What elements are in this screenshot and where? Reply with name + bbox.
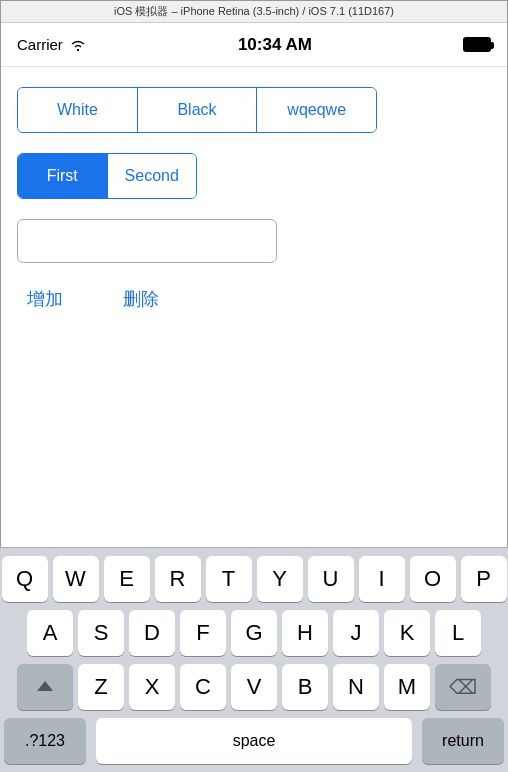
keyboard-row-3: Z X C V B N M ⌫ (0, 664, 508, 710)
key-b[interactable]: B (282, 664, 328, 710)
main-content: White Black wqeqwe First Second 增加 删除 (1, 67, 507, 335)
key-h[interactable]: H (282, 610, 328, 656)
key-x[interactable]: X (129, 664, 175, 710)
shift-arrow-icon (37, 681, 53, 691)
key-i[interactable]: I (359, 556, 405, 602)
key-g[interactable]: G (231, 610, 277, 656)
keyboard-row-1: Q W E R T Y U I O P (0, 556, 508, 602)
keyboard: Q W E R T Y U I O P A S D F G H J K L Z … (0, 547, 508, 772)
segment-black-button[interactable]: Black (138, 88, 258, 132)
wifi-icon (69, 38, 87, 52)
key-y[interactable]: Y (257, 556, 303, 602)
status-bar: Carrier 10:34 AM (1, 23, 507, 67)
segment-second-button[interactable]: Second (108, 154, 197, 198)
key-r[interactable]: R (155, 556, 201, 602)
title-bar: iOS 模拟器 – iPhone Retina (3.5-inch) / iOS… (1, 1, 507, 23)
key-c[interactable]: C (180, 664, 226, 710)
shift-key[interactable] (17, 664, 73, 710)
segment-white-button[interactable]: White (18, 88, 138, 132)
keyboard-row-2: A S D F G H J K L (0, 610, 508, 656)
key-m[interactable]: M (384, 664, 430, 710)
key-k[interactable]: K (384, 610, 430, 656)
delete-key[interactable]: ⌫ (435, 664, 491, 710)
key-e[interactable]: E (104, 556, 150, 602)
title-bar-label: iOS 模拟器 – iPhone Retina (3.5-inch) / iOS… (114, 4, 394, 19)
key-l[interactable]: L (435, 610, 481, 656)
delete-icon: ⌫ (449, 675, 477, 699)
carrier-label: Carrier (17, 36, 63, 53)
key-t[interactable]: T (206, 556, 252, 602)
segment-wqeqwe-button[interactable]: wqeqwe (257, 88, 376, 132)
key-q[interactable]: Q (2, 556, 48, 602)
key-w[interactable]: W (53, 556, 99, 602)
text-input[interactable] (17, 219, 277, 263)
battery-icon (463, 37, 491, 52)
key-d[interactable]: D (129, 610, 175, 656)
key-o[interactable]: O (410, 556, 456, 602)
key-z[interactable]: Z (78, 664, 124, 710)
key-a[interactable]: A (27, 610, 73, 656)
segment-first-button[interactable]: First (18, 154, 108, 198)
carrier: Carrier (17, 36, 87, 53)
key-j[interactable]: J (333, 610, 379, 656)
space-key[interactable]: space (96, 718, 412, 764)
key-f[interactable]: F (180, 610, 226, 656)
time-display: 10:34 AM (238, 35, 312, 55)
key-p[interactable]: P (461, 556, 507, 602)
add-button[interactable]: 增加 (27, 283, 63, 315)
numeric-key[interactable]: .?123 (4, 718, 86, 764)
key-s[interactable]: S (78, 610, 124, 656)
actions-row: 增加 删除 (17, 283, 491, 315)
key-n[interactable]: N (333, 664, 379, 710)
key-v[interactable]: V (231, 664, 277, 710)
delete-button[interactable]: 删除 (123, 283, 159, 315)
segment-control-top: White Black wqeqwe (17, 87, 377, 133)
keyboard-bottom-row: .?123 space return (0, 718, 508, 772)
segment-control-second: First Second (17, 153, 197, 199)
return-key[interactable]: return (422, 718, 504, 764)
battery-indicator (463, 37, 491, 52)
key-u[interactable]: U (308, 556, 354, 602)
